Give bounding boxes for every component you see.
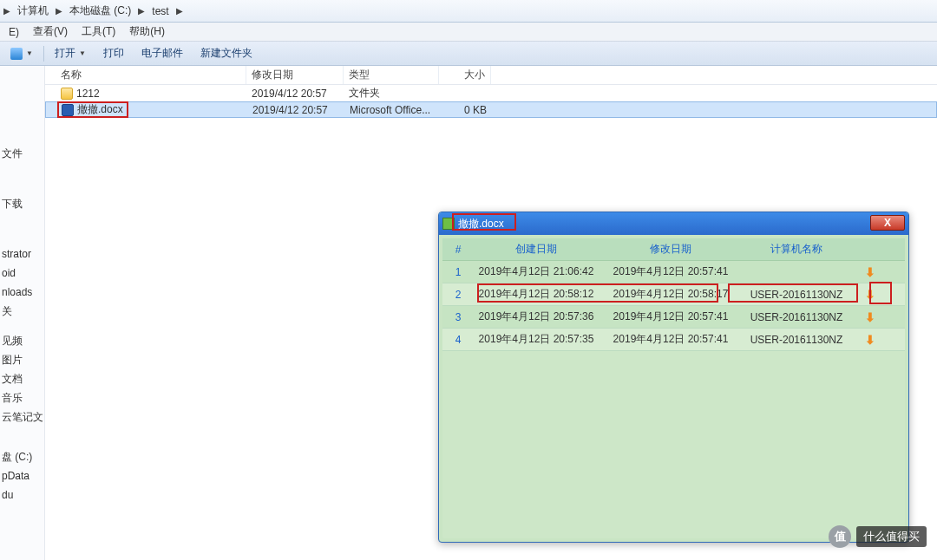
sidebar-item[interactable]: 盘 (C:) [0,447,44,466]
dialog-title: 撤撤.docx [458,217,504,231]
column-header-num[interactable]: # [442,244,467,256]
sidebar: 文件 下载 strator oid nloads 关 见频 图片 文档 音乐 云… [0,66,45,560]
sidebar-item[interactable]: nloads [0,283,44,302]
sidebar-item[interactable]: 云笔记文 [0,407,44,427]
sidebar-item[interactable]: 下载 [0,194,44,213]
chevron-right-icon: ▶ [3,6,10,16]
download-icon[interactable]: ⬇ [865,310,875,324]
watermark-badge-icon: 值 [829,525,851,548]
sidebar-item[interactable]: 文档 [0,369,44,388]
versions-header: # 创建日期 修改日期 计算机名称 [442,238,905,261]
folder-icon [61,88,73,100]
file-date: 2019/4/12 20:57 [246,88,344,100]
column-header-mdate[interactable]: 修改日期 [606,242,736,257]
separator [43,46,44,62]
version-pc: USER-20161130NZ [736,334,857,346]
menu-help[interactable]: 帮助(H) [122,23,172,41]
chevron-right-icon: ▶ [176,6,183,16]
version-row[interactable]: 4 2019年4月12日 20:57:35 2019年4月12日 20:57:4… [442,329,905,351]
file-name: 撤撤.docx [77,102,123,117]
chevron-down-icon: ▼ [26,49,33,57]
print-button[interactable]: 打印 [95,44,133,62]
download-icon[interactable]: ⬇ [865,265,875,279]
version-pc: USER-20161130NZ [736,311,857,323]
version-num: 1 [442,266,467,278]
email-button[interactable]: 电子邮件 [133,44,192,62]
column-header-date[interactable]: 修改日期 [246,66,344,84]
toolbar: ▼ 打开 ▼ 打印 电子邮件 新建文件夹 [0,42,937,66]
chevron-right-icon: ▶ [56,6,62,16]
open-label: 打开 [55,46,75,61]
breadcrumb: ▶ 计算机 ▶ 本地磁盘 (C:) ▶ test ▶ [0,0,937,23]
sidebar-item[interactable]: 关 [0,302,44,321]
sidebar-item[interactable]: 音乐 [0,388,44,407]
column-header-name[interactable]: 名称 [45,66,246,84]
file-size: 0 KB [440,104,492,116]
breadcrumb-item[interactable]: test [148,3,172,19]
newfolder-button[interactable]: 新建文件夹 [192,44,261,62]
sidebar-item[interactable]: pData [0,466,44,485]
download-icon[interactable]: ⬇ [865,333,875,347]
sidebar-item[interactable]: 图片 [0,350,44,369]
sidebar-item[interactable]: du [0,485,44,505]
breadcrumb-item[interactable]: 本地磁盘 (C:) [66,2,134,20]
version-num: 3 [442,311,467,323]
open-button[interactable]: 打开 ▼ [46,44,95,62]
docx-icon [62,104,74,116]
version-mdate: 2019年4月12日 20:57:41 [606,264,736,279]
column-header-cdate[interactable]: 创建日期 [467,242,606,257]
file-row[interactable]: 1212 2019/4/12 20:57 文件夹 [45,85,937,101]
version-cdate: 2019年4月12日 20:57:36 [467,309,606,324]
version-cdate: 2019年4月12日 21:06:42 [467,264,606,279]
version-mdate: 2019年4月12日 20:57:41 [606,309,736,324]
breadcrumb-item[interactable]: 计算机 [14,2,52,20]
file-type: 文件夹 [344,86,439,101]
file-row-selected[interactable]: 撤撤.docx 2019/4/12 20:57 Microsoft Office… [45,101,937,118]
column-header-pc[interactable]: 计算机名称 [736,242,857,257]
chevron-down-icon: ▼ [79,49,86,57]
versions-dialog: 撤撤.docx X # 创建日期 修改日期 计算机名称 1 2019年4月12日… [438,212,909,543]
download-icon[interactable]: ⬇ [865,288,875,302]
dialog-titlebar[interactable]: 撤撤.docx X [439,212,908,235]
organize-icon [10,48,23,60]
close-button[interactable]: X [870,215,905,231]
version-num: 4 [442,334,467,346]
chevron-right-icon: ▶ [138,6,145,16]
menubar: E) 查看(V) 工具(T) 帮助(H) [0,23,937,42]
version-row[interactable]: 2 2019年4月12日 20:58:12 2019年4月12日 20:58:1… [442,283,905,306]
watermark-text: 什么值得买 [856,526,927,547]
menu-view[interactable]: 查看(V) [26,23,75,41]
version-num: 2 [442,289,467,301]
version-mdate: 2019年4月12日 20:58:17 [606,287,736,302]
sidebar-item[interactable]: 文件 [0,144,44,163]
sidebar-item[interactable]: 见频 [0,331,44,350]
menu-tools[interactable]: 工具(T) [75,23,122,41]
sidebar-item[interactable]: oid [0,264,44,283]
version-cdate: 2019年4月12日 20:57:35 [467,332,606,347]
column-header-size[interactable]: 大小 [439,66,491,84]
version-row[interactable]: 3 2019年4月12日 20:57:36 2019年4月12日 20:57:4… [442,306,905,329]
file-type: Microsoft Office... [344,104,440,116]
dialog-body: # 创建日期 修改日期 计算机名称 1 2019年4月12日 21:06:42 … [442,238,905,538]
version-cdate: 2019年4月12日 20:58:12 [467,287,606,302]
file-date: 2019/4/12 20:57 [247,104,344,116]
file-header: 名称 修改日期 类型 大小 [45,66,937,85]
version-mdate: 2019年4月12日 20:57:41 [606,332,736,347]
menu-edit[interactable]: E) [2,24,26,40]
sidebar-item[interactable]: strator [0,244,44,264]
column-header-type[interactable]: 类型 [344,66,439,84]
version-row[interactable]: 1 2019年4月12日 21:06:42 2019年4月12日 20:57:4… [442,261,905,283]
organize-button[interactable]: ▼ [2,46,42,62]
file-name: 1212 [76,88,100,100]
watermark: 值 什么值得买 [829,525,927,548]
dialog-icon [442,218,455,230]
version-pc: USER-20161130NZ [736,289,857,301]
